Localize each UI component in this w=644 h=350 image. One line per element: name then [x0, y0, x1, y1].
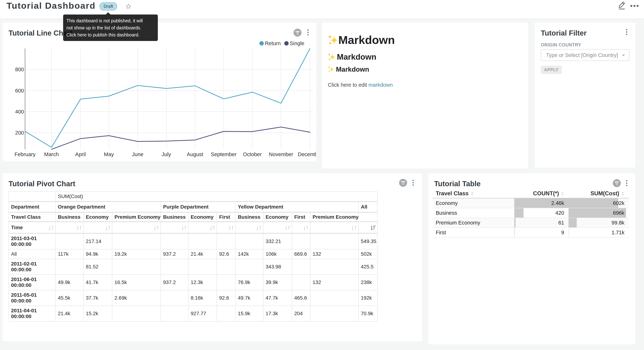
svg-text:September: September	[211, 152, 236, 157]
svg-text:February: February	[14, 152, 36, 157]
svg-text:600: 600	[15, 88, 24, 94]
svg-text:August: August	[187, 152, 203, 157]
svg-text:200: 200	[15, 130, 24, 136]
svg-text:Return: Return	[265, 40, 281, 46]
svg-text:April: April	[75, 152, 86, 157]
svg-text:July: July	[162, 152, 171, 157]
svg-text:November: November	[269, 152, 293, 157]
svg-text:October: October	[243, 152, 262, 157]
svg-text:June: June	[132, 152, 144, 157]
svg-text:Single: Single	[290, 40, 304, 46]
svg-text:800: 800	[15, 66, 24, 72]
svg-text:400: 400	[15, 109, 24, 114]
svg-text:March: March	[44, 152, 59, 157]
svg-text:December: December	[298, 152, 316, 157]
svg-text:May: May	[104, 152, 114, 157]
